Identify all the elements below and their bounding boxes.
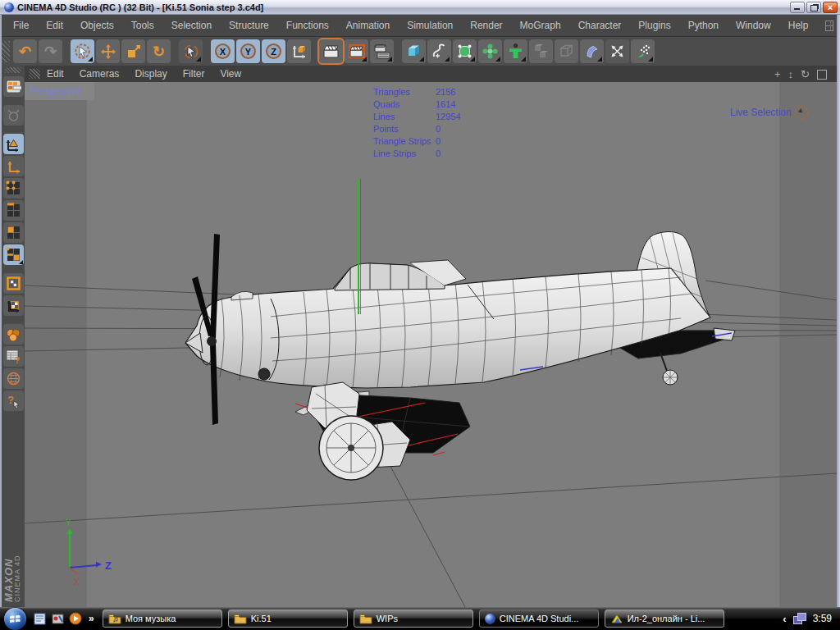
taskbar-button-label: Моя музыка <box>126 614 176 623</box>
particles-button[interactable] <box>631 39 655 63</box>
start-button[interactable] <box>4 608 26 630</box>
edges-mode-icon <box>6 203 21 218</box>
undo-button[interactable]: ↶ <box>13 39 37 63</box>
object-axis-mode-button[interactable] <box>3 156 24 176</box>
points-mode-button[interactable] <box>3 178 24 199</box>
texture-axis-mode-button[interactable] <box>3 295 24 316</box>
viewport-menu-view[interactable]: View <box>220 68 241 80</box>
taskbar-button-il2-online[interactable]: Ил-2_онлайн - Li... <box>605 609 724 628</box>
windows-flag-icon <box>4 608 26 630</box>
close-button[interactable]: × <box>823 2 838 13</box>
global-coordinates-button[interactable] <box>3 105 24 126</box>
taskbar-clock[interactable]: 3:59 <box>813 613 832 624</box>
menu-file[interactable]: File <box>13 20 29 31</box>
texture-mode-button[interactable] <box>3 273 24 294</box>
quick-launch-app-2-icon[interactable] <box>51 612 64 625</box>
viewport-pan-icon[interactable]: + <box>774 69 781 80</box>
x-axis-icon: X <box>215 43 231 59</box>
viewport-zoom-icon[interactable]: ↕ <box>788 69 794 80</box>
quick-launch-app-1-icon[interactable] <box>33 612 46 625</box>
live-selection-cursor-icon <box>795 106 808 119</box>
tweak-mode-button[interactable] <box>3 244 24 265</box>
menu-edit[interactable]: Edit <box>46 20 63 31</box>
character-button[interactable] <box>504 39 527 63</box>
commander-button[interactable]: ? <box>3 346 24 367</box>
menu-structure[interactable]: Structure <box>229 20 269 31</box>
volume-button[interactable] <box>555 39 578 63</box>
move-icon <box>100 43 116 60</box>
viewport-menu-filter[interactable]: Filter <box>183 68 205 80</box>
redo-button[interactable]: ↷ <box>39 39 62 63</box>
scale-button[interactable] <box>121 39 145 63</box>
edges-mode-button[interactable] <box>3 200 24 221</box>
taskbar-button-wips[interactable]: WIPs <box>354 609 473 628</box>
menu-tools[interactable]: Tools <box>131 20 154 31</box>
menu-simulation[interactable]: Simulation <box>407 20 453 31</box>
online-help-button[interactable] <box>3 368 24 389</box>
minimize-button[interactable] <box>790 2 805 13</box>
tray-chevron[interactable]: ‹ <box>783 613 786 625</box>
add-cube-primitive-button[interactable] <box>402 39 426 63</box>
spline-pen-button[interactable] <box>427 39 451 63</box>
taskbar-button-moya-muzyka[interactable]: Моя музыка <box>103 609 222 628</box>
cloner-button[interactable] <box>478 39 502 63</box>
object-axis-icon <box>5 158 21 175</box>
context-help-button[interactable]: ? <box>3 390 24 411</box>
help-icon: ? <box>5 393 21 409</box>
main-toolbar: ↶ ↷ ↻ X Y Z <box>0 37 840 66</box>
network-monitors-icon[interactable] <box>793 613 806 624</box>
viewport-grip[interactable] <box>29 69 40 79</box>
render-to-picture-viewer-button[interactable] <box>345 39 368 63</box>
move-button[interactable] <box>96 39 120 63</box>
viewport-maximize-icon[interactable] <box>817 70 827 80</box>
viewport-menu-display[interactable]: Display <box>135 68 167 80</box>
render-view-button[interactable] <box>319 39 343 63</box>
model-mode-button[interactable] <box>3 134 24 154</box>
quick-launch-overflow-chevron[interactable]: » <box>89 613 94 624</box>
menu-animation[interactable]: Animation <box>346 20 390 31</box>
menu-functions[interactable]: Functions <box>286 20 329 31</box>
palette-grip[interactable] <box>5 67 21 73</box>
media-player-icon[interactable] <box>69 612 82 625</box>
viewport-canvas[interactable]: Y Z X Perspective Triangles2156 Quads161… <box>25 82 837 607</box>
live-selection-button[interactable] <box>71 39 94 63</box>
restore-button[interactable] <box>806 2 821 13</box>
tweak-mode-icon <box>6 247 21 262</box>
svg-text:?: ? <box>15 356 20 364</box>
menu-selection[interactable]: Selection <box>171 20 212 31</box>
stat-label: Triangles <box>373 86 436 98</box>
menu-mograph[interactable]: MoGraph <box>520 20 561 31</box>
deformer-button[interactable] <box>580 39 604 63</box>
coordinate-system-button[interactable] <box>287 39 311 63</box>
view-label[interactable]: Perspective <box>30 85 82 97</box>
toolbar-grip[interactable] <box>2 41 10 62</box>
subdivision-surface-button[interactable] <box>453 39 477 63</box>
menu-plugins[interactable]: Plugins <box>638 20 670 31</box>
lock-x-axis-button[interactable]: X <box>211 39 235 63</box>
taskbar-button-cinema4d[interactable]: CINEMA 4D Studi... <box>479 609 599 628</box>
viewport-menu-edit[interactable]: Edit <box>47 68 64 80</box>
menu-window[interactable]: Window <box>736 20 771 31</box>
render-settings-button[interactable] <box>370 39 394 63</box>
points-mode-icon <box>6 180 21 196</box>
lock-z-axis-button[interactable]: Z <box>262 39 285 63</box>
menu-objects[interactable]: Objects <box>80 20 114 31</box>
last-tool-button[interactable] <box>179 39 203 63</box>
menu-help[interactable]: Help <box>788 20 809 31</box>
rotate-button[interactable]: ↻ <box>147 39 171 63</box>
spline-pen-icon <box>431 43 448 60</box>
maxon-watermark: MAXON CINEMA 4D <box>5 523 21 602</box>
viewport-menu-cameras[interactable]: Cameras <box>80 68 120 80</box>
simulate-button[interactable] <box>605 39 629 63</box>
taskbar-button-ki51[interactable]: Ki.51 <box>228 609 348 628</box>
instance-button[interactable] <box>529 39 553 63</box>
menu-character[interactable]: Character <box>578 20 622 31</box>
viewport-rotate-icon[interactable]: ↻ <box>801 69 810 80</box>
workplane-button[interactable] <box>3 324 24 345</box>
layout-button[interactable] <box>3 76 24 97</box>
menu-python[interactable]: Python <box>688 20 719 31</box>
menu-render[interactable]: Render <box>470 20 502 31</box>
lock-y-axis-button[interactable]: Y <box>236 39 260 63</box>
menu-pane-icon[interactable] <box>825 21 833 31</box>
polygons-mode-button[interactable] <box>3 222 24 243</box>
